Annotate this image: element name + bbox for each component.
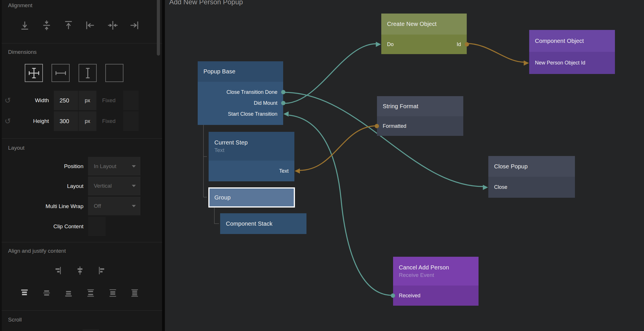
position-dropdown[interactable]: In Layout xyxy=(88,157,140,176)
reset-height-icon[interactable]: ↺ xyxy=(5,117,11,125)
node-title: Close Popup xyxy=(494,163,575,170)
size-height-button[interactable] xyxy=(79,64,97,82)
node-string-format[interactable]: String Format Formatted xyxy=(377,96,463,136)
node-title: Cancel Add Person xyxy=(399,264,479,271)
align-right-button[interactable] xyxy=(128,19,141,32)
node-component-stack[interactable]: Component Stack xyxy=(220,213,306,234)
node-title: Popup Base xyxy=(203,68,283,75)
section-dimensions: Dimensions xyxy=(8,49,37,55)
panel-scrollbar[interactable] xyxy=(157,0,160,56)
divider xyxy=(0,43,162,43)
multi-line-wrap-value: Off xyxy=(94,203,101,209)
node-title: String Format xyxy=(383,103,463,110)
port-formatted[interactable]: Formatted xyxy=(377,123,406,129)
layout-dropdown[interactable]: Vertical xyxy=(88,176,140,195)
height-unit: px xyxy=(85,118,90,124)
align-top-button[interactable] xyxy=(62,19,75,32)
node-popup-base[interactable]: Popup Base Close Transition Done Did Mou… xyxy=(198,61,283,125)
input-arrow-icon[interactable] xyxy=(283,111,289,117)
input-arrow-icon[interactable] xyxy=(376,42,381,47)
noodl-editor-window: Add New Person Popup Create New Object D… xyxy=(0,0,644,331)
output-dot-icon[interactable] xyxy=(375,124,379,128)
input-arrow-icon[interactable] xyxy=(295,168,300,174)
node-cancel-add-person[interactable]: Cancel Add Person Receive Event Received xyxy=(393,257,479,306)
output-dot-icon[interactable] xyxy=(391,294,395,298)
node-create-new-object[interactable]: Create New Object Do Id xyxy=(381,14,467,54)
port-did-mount[interactable]: Did Mount xyxy=(254,100,283,106)
port-received[interactable]: Received xyxy=(393,293,420,299)
size-width-button[interactable] xyxy=(52,64,70,82)
input-arrow-icon[interactable] xyxy=(524,60,529,66)
align-items-end-button[interactable] xyxy=(52,265,63,276)
width-value: 250 xyxy=(60,97,69,104)
port-row: Close xyxy=(488,177,575,198)
width-mode-toggle[interactable] xyxy=(123,91,139,110)
size-width-and-height-icon xyxy=(28,67,40,79)
output-dot-icon[interactable] xyxy=(281,90,285,94)
clip-content-checkbox[interactable] xyxy=(88,217,106,236)
scroll-checkbox-partial[interactable] xyxy=(83,329,99,331)
multi-line-wrap-label: Multi Line Wrap xyxy=(12,203,83,210)
node-group-selected[interactable]: Group xyxy=(208,187,295,208)
connection-id-newpersonobjectid xyxy=(467,43,524,62)
output-dot-icon[interactable] xyxy=(465,42,469,47)
align-horizontal-center-icon xyxy=(107,20,119,31)
connection-didmount-do xyxy=(284,44,376,103)
port-close-transition-done[interactable]: Close Transition Done xyxy=(226,89,283,95)
justify-space-around-icon xyxy=(108,288,118,298)
panel-canvas-divider[interactable] xyxy=(162,0,165,331)
height-label: Height xyxy=(12,118,49,124)
justify-space-between-button[interactable] xyxy=(85,288,96,298)
justify-start-icon xyxy=(20,288,29,298)
reset-width-icon[interactable]: ↺ xyxy=(5,97,11,104)
layout-label: Layout xyxy=(12,183,83,189)
port-row: Close Transition Done xyxy=(198,87,283,98)
port-start-close-transition[interactable]: Start Close Transition xyxy=(228,111,283,117)
output-dot-icon[interactable] xyxy=(281,101,285,105)
width-mode-label: Fixed xyxy=(102,97,115,104)
section-alignment: Alignment xyxy=(8,2,33,9)
height-mode-toggle[interactable] xyxy=(123,111,139,131)
port-row: New Person Object Id xyxy=(529,52,615,74)
port-row: Received xyxy=(393,286,479,306)
align-vertical-center-button[interactable] xyxy=(40,19,53,32)
port-close[interactable]: Close xyxy=(488,184,507,190)
justify-start-button[interactable] xyxy=(19,288,30,298)
node-component-object[interactable]: Component Object New Person Object Id xyxy=(529,30,615,74)
justify-space-evenly-button[interactable] xyxy=(129,288,140,298)
height-value: 300 xyxy=(60,118,69,125)
multi-line-wrap-dropdown[interactable]: Off xyxy=(88,197,140,215)
align-horizontal-center-button[interactable] xyxy=(106,19,119,32)
align-top-icon xyxy=(63,20,74,31)
input-arrow-icon[interactable] xyxy=(483,185,488,190)
size-content-button[interactable] xyxy=(105,64,123,82)
align-items-center-button[interactable] xyxy=(75,265,85,276)
width-unit-select[interactable]: px xyxy=(79,91,96,110)
node-current-step[interactable]: Current Step Text Text xyxy=(209,132,294,181)
justify-space-around-button[interactable] xyxy=(108,288,118,298)
align-items-start-button[interactable] xyxy=(97,265,107,276)
divider xyxy=(0,242,162,242)
node-close-popup[interactable]: Close Popup Close xyxy=(488,156,575,198)
justify-space-between-icon xyxy=(86,288,96,298)
divider xyxy=(0,310,162,311)
port-new-person-object-id[interactable]: New Person Object Id xyxy=(529,60,585,66)
node-title: Current Step xyxy=(214,139,294,146)
height-unit-select[interactable]: px xyxy=(79,111,96,131)
justify-center-button[interactable] xyxy=(41,288,52,298)
align-right-icon xyxy=(129,20,140,31)
align-bottom-button[interactable] xyxy=(18,19,31,32)
height-input[interactable]: 300 xyxy=(54,111,78,131)
align-left-button[interactable] xyxy=(84,19,96,32)
justify-space-evenly-icon xyxy=(130,288,140,298)
port-text[interactable]: Text xyxy=(279,168,294,174)
tree-connector xyxy=(203,125,207,197)
width-input[interactable]: 250 xyxy=(54,91,78,110)
align-items-center-icon xyxy=(75,266,85,275)
clip-content-label: Clip Content xyxy=(12,223,83,230)
section-align-justify: Align and justify content xyxy=(8,248,66,254)
size-width-and-height-button[interactable] xyxy=(25,64,43,82)
justify-end-button[interactable] xyxy=(63,288,74,298)
align-items-end-icon xyxy=(53,266,62,275)
port-do[interactable]: Do xyxy=(381,41,394,47)
